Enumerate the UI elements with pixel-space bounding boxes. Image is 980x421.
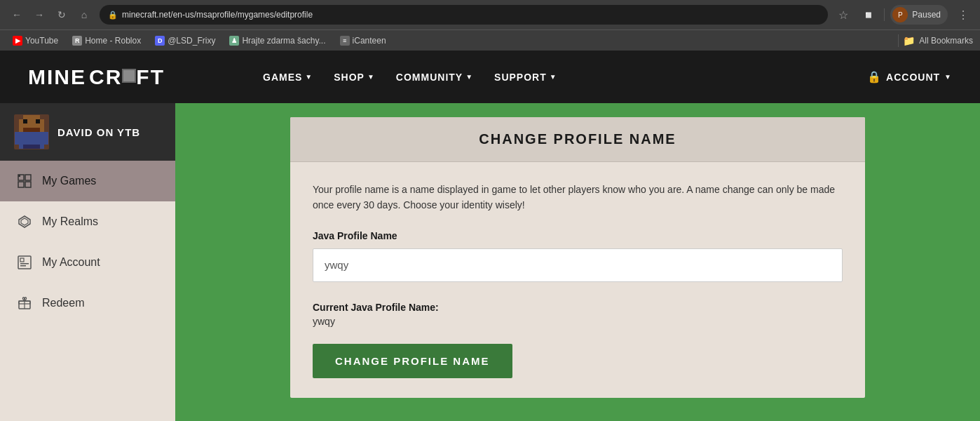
- toolbar-divider: [884, 8, 885, 21]
- content-area: DAVID ON YTB My Games: [0, 103, 980, 421]
- avatar: [14, 114, 49, 149]
- url-text: minecraft.net/en-us/msaprofile/mygames/e…: [122, 10, 313, 20]
- menu-button[interactable]: ⋮: [953, 5, 973, 25]
- profile-label: Paused: [912, 10, 941, 20]
- profile-avatar: P: [892, 7, 908, 22]
- my-games-label: My Games: [42, 175, 96, 187]
- sidebar-item-my-realms[interactable]: My Realms: [0, 201, 175, 242]
- svg-rect-12: [18, 182, 24, 187]
- svg-rect-8: [23, 145, 32, 149]
- bookmark-roblox[interactable]: R Home - Roblox: [67, 34, 147, 47]
- address-bar[interactable]: 🔒 minecraft.net/en-us/msaprofile/mygames…: [100, 5, 828, 25]
- nav-support[interactable]: SUPPORT ▼: [494, 72, 557, 83]
- back-button[interactable]: ←: [7, 5, 27, 25]
- my-realms-label: My Realms: [42, 215, 98, 228]
- minecraft-logo: MINECRFT: [28, 65, 165, 89]
- svg-rect-7: [40, 132, 48, 145]
- logo-text: MINECRFT: [28, 65, 165, 89]
- description: Your profile name is a name displayed in…: [313, 182, 843, 213]
- svg-rect-3: [36, 119, 40, 123]
- extensions-button[interactable]: ◽: [859, 5, 878, 25]
- account-chevron: ▼: [944, 73, 952, 81]
- bookmark-discord-label: @LSD_Frixy: [168, 36, 215, 46]
- nav-community-label: COMMUNITY: [396, 72, 463, 83]
- nav-community[interactable]: COMMUNITY ▼: [396, 72, 473, 83]
- profile-card-header: CHANGE PROFILE NAME: [290, 117, 865, 162]
- support-chevron: ▼: [550, 73, 557, 81]
- bookmarks-right: 📁 All Bookmarks: [898, 34, 973, 47]
- nav-support-label: SUPPORT: [494, 72, 547, 83]
- sidebar-item-my-account[interactable]: My Account: [0, 242, 175, 283]
- svg-rect-14: [18, 175, 20, 177]
- top-nav: MINECRFT GAMES ▼ SHOP ▼ COMMUNITY ▼ SUPP…: [0, 51, 980, 103]
- nav-games[interactable]: GAMES ▼: [263, 72, 313, 83]
- redeem-label: Redeem: [42, 297, 84, 309]
- bookmarks-bar: ▶ YouTube R Home - Roblox D @LSD_Frixy ♟…: [0, 29, 980, 51]
- account-label: ACCOUNT: [886, 72, 940, 83]
- svg-rect-13: [25, 182, 31, 187]
- current-name-section: Current Java Profile Name: ywqy: [313, 302, 843, 327]
- browser-toolbar: ← → ↻ ⌂ 🔒 minecraft.net/en-us/msaprofile…: [0, 0, 980, 29]
- bookmark-discord[interactable]: D @LSD_Frixy: [149, 34, 221, 47]
- avatar-svg: [15, 115, 48, 149]
- svg-rect-9: [32, 145, 40, 149]
- my-account-label: My Account: [42, 256, 100, 269]
- bookmark-icanteen-label: iCanteen: [353, 36, 386, 46]
- profile-button[interactable]: P Paused: [890, 5, 948, 25]
- sidebar-item-redeem[interactable]: Redeem: [0, 283, 175, 323]
- svg-rect-2: [23, 119, 27, 123]
- change-profile-name-button[interactable]: CHANGE PROFILE NAME: [313, 344, 512, 378]
- star-button[interactable]: ☆: [833, 5, 853, 25]
- profile-card: CHANGE PROFILE NAME Your profile name is…: [290, 117, 865, 398]
- lock-icon: 🔒: [108, 11, 118, 20]
- page: MINECRFT GAMES ▼ SHOP ▼ COMMUNITY ▼ SUPP…: [0, 51, 980, 421]
- my-account-icon: [17, 255, 32, 270]
- nav-account[interactable]: 🔒 ACCOUNT ▼: [867, 70, 952, 83]
- forward-button[interactable]: →: [29, 5, 49, 25]
- sidebar-item-my-games[interactable]: My Games: [0, 161, 175, 201]
- browser-chrome: ← → ↻ ⌂ 🔒 minecraft.net/en-us/msaprofile…: [0, 0, 980, 51]
- all-bookmarks-label[interactable]: All Bookmarks: [919, 36, 973, 46]
- nav-links: GAMES ▼ SHOP ▼ COMMUNITY ▼ SUPPORT ▼: [263, 72, 557, 83]
- svg-rect-19: [20, 263, 29, 265]
- card-title: CHANGE PROFILE NAME: [311, 131, 844, 147]
- bookmark-youtube[interactable]: ▶ YouTube: [7, 34, 64, 47]
- svg-rect-4: [23, 128, 40, 132]
- account-lock-icon: 🔒: [867, 70, 882, 83]
- bookmark-youtube-label: YouTube: [25, 36, 58, 46]
- nav-games-label: GAMES: [263, 72, 302, 83]
- svg-rect-6: [15, 132, 23, 145]
- all-bookmarks-icon: 📁: [903, 35, 915, 46]
- bookmark-chess[interactable]: ♟ Hrajte zdarma šachy...: [224, 34, 331, 47]
- nav-shop[interactable]: SHOP ▼: [334, 72, 375, 83]
- current-name-label: Current Java Profile Name:: [313, 302, 843, 313]
- chess-favicon: ♟: [229, 36, 239, 46]
- bookmarks-divider: [898, 34, 899, 47]
- main-content: CHANGE PROFILE NAME Your profile name is…: [175, 103, 980, 421]
- nav-buttons: ← → ↻ ⌂: [7, 5, 94, 25]
- current-name-value: ywqy: [313, 316, 843, 327]
- bookmark-chess-label: Hrajte zdarma šachy...: [242, 36, 325, 46]
- community-chevron: ▼: [465, 73, 473, 81]
- java-profile-input[interactable]: [313, 248, 843, 282]
- nav-shop-label: SHOP: [334, 72, 365, 83]
- shop-chevron: ▼: [367, 73, 375, 81]
- sidebar-user: DAVID ON YTB: [0, 103, 175, 161]
- java-profile-label: Java Profile Name: [313, 230, 843, 241]
- youtube-favicon: ▶: [13, 36, 22, 46]
- pickaxe-icon: [122, 69, 136, 83]
- my-games-icon: [17, 173, 32, 189]
- toolbar-right: ☆ ◽ P Paused ⋮: [833, 5, 973, 25]
- roblox-favicon: R: [72, 36, 82, 46]
- svg-marker-16: [21, 218, 28, 225]
- home-button[interactable]: ⌂: [74, 5, 94, 25]
- svg-rect-11: [25, 175, 31, 180]
- games-chevron: ▼: [305, 73, 313, 81]
- svg-rect-20: [20, 265, 26, 267]
- sidebar: DAVID ON YTB My Games: [0, 103, 175, 421]
- icanteen-favicon: ≡: [340, 36, 350, 46]
- bookmark-roblox-label: Home - Roblox: [85, 36, 141, 46]
- bookmark-icanteen[interactable]: ≡ iCanteen: [334, 34, 392, 47]
- refresh-button[interactable]: ↻: [52, 5, 72, 25]
- discord-favicon: D: [155, 36, 165, 46]
